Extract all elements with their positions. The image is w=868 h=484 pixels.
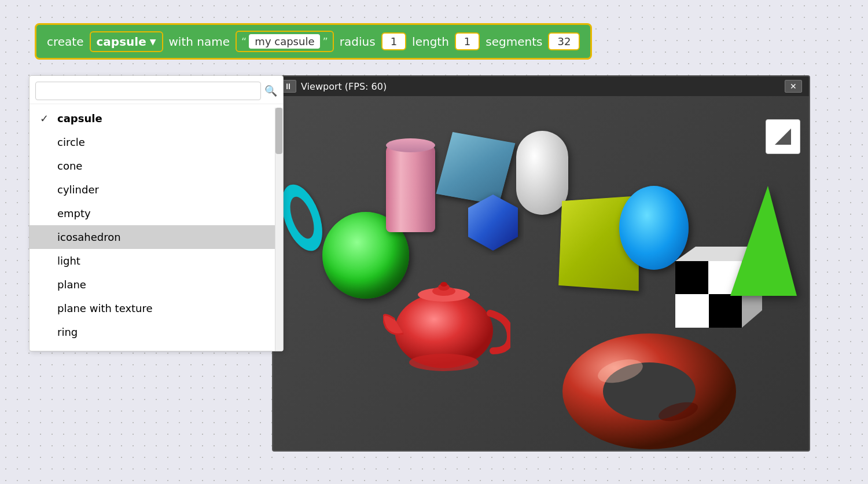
- scrollbar-track[interactable]: [275, 108, 283, 351]
- item-label: empty: [57, 207, 91, 219]
- item-label: icosahedron: [57, 231, 121, 243]
- search-icon: 🔍: [264, 85, 277, 97]
- list-item[interactable]: light: [30, 249, 283, 273]
- search-button[interactable]: 🔍: [264, 85, 277, 97]
- item-label: light: [57, 255, 80, 267]
- segments-value[interactable]: 32: [548, 32, 580, 50]
- length-label: length: [412, 35, 449, 49]
- viewport-scene: [273, 96, 809, 450]
- search-input[interactable]: [35, 82, 261, 100]
- list-item[interactable]: cylinder: [30, 178, 283, 201]
- list-item[interactable]: cone: [30, 154, 283, 178]
- scene-container: [273, 96, 809, 450]
- red-teapot-object: [383, 261, 510, 374]
- name-string-block: “ my capsule ”: [236, 31, 334, 52]
- shape-dropdown-panel: 🔍 ✓ capsule circle cone cylinder empty i…: [29, 75, 284, 351]
- corner-triangle-icon: [775, 129, 791, 145]
- radius-value[interactable]: 1: [381, 32, 406, 50]
- viewport-header-left: ⏸ Viewport (FPS: 60): [280, 80, 387, 93]
- list-item[interactable]: ✓ capsule: [30, 107, 283, 130]
- with-name-label: with name: [169, 35, 230, 49]
- list-item[interactable]: empty: [30, 201, 283, 225]
- viewport-panel: ⏸ Viewport (FPS: 60) ✕: [272, 75, 810, 452]
- svg-rect-8: [675, 261, 708, 294]
- dropdown-arrow-icon: ▼: [150, 37, 156, 46]
- quote-close: ”: [322, 35, 328, 47]
- name-input[interactable]: my capsule: [249, 34, 320, 49]
- item-label: cylinder: [57, 184, 99, 196]
- item-label: plane: [57, 278, 86, 291]
- list-item[interactable]: circle: [30, 130, 283, 154]
- checkmark-icon: ✓: [40, 112, 52, 124]
- item-label: plane with texture: [57, 302, 153, 314]
- radius-label: radius: [340, 35, 376, 49]
- item-label: cone: [57, 160, 82, 172]
- item-label: capsule: [57, 112, 102, 124]
- shape-dropdown[interactable]: capsule ▼: [90, 31, 163, 52]
- list-item[interactable]: plane: [30, 273, 283, 296]
- close-icon: ✕: [790, 82, 797, 91]
- search-bar: 🔍: [30, 76, 283, 104]
- scrollbar-thumb[interactable]: [275, 108, 282, 154]
- svg-marker-0: [468, 195, 518, 251]
- list-item[interactable]: icosahedron: [30, 225, 283, 249]
- item-label: circle: [57, 136, 85, 148]
- segments-label: segments: [486, 35, 542, 49]
- svg-point-6: [409, 354, 479, 371]
- viewport-title: Viewport (FPS: 60): [301, 81, 387, 92]
- item-label: ring: [57, 326, 78, 338]
- white-capsule-object: [516, 131, 568, 215]
- viewport-header: ⏸ Viewport (FPS: 60) ✕: [273, 76, 809, 96]
- shape-value: capsule: [97, 35, 146, 49]
- pause-icon: ⏸: [284, 82, 292, 91]
- length-value[interactable]: 1: [455, 32, 480, 50]
- list-item[interactable]: ring: [30, 320, 283, 344]
- pink-cylinder-object: [386, 145, 435, 232]
- toolbar-block: create capsule ▼ with name “ my capsule …: [35, 23, 592, 60]
- blue-hex-object: [463, 192, 524, 255]
- list-item[interactable]: plane with texture: [30, 296, 283, 320]
- quote-open: “: [241, 35, 247, 47]
- svg-point-5: [440, 282, 447, 287]
- create-label: create: [47, 35, 84, 49]
- corner-nav-button[interactable]: [766, 119, 800, 154]
- red-torus-object: [557, 316, 742, 450]
- green-cone-object: [730, 186, 797, 296]
- close-button[interactable]: ✕: [785, 80, 802, 93]
- shape-menu-list: ✓ capsule circle cone cylinder empty ico…: [30, 104, 283, 346]
